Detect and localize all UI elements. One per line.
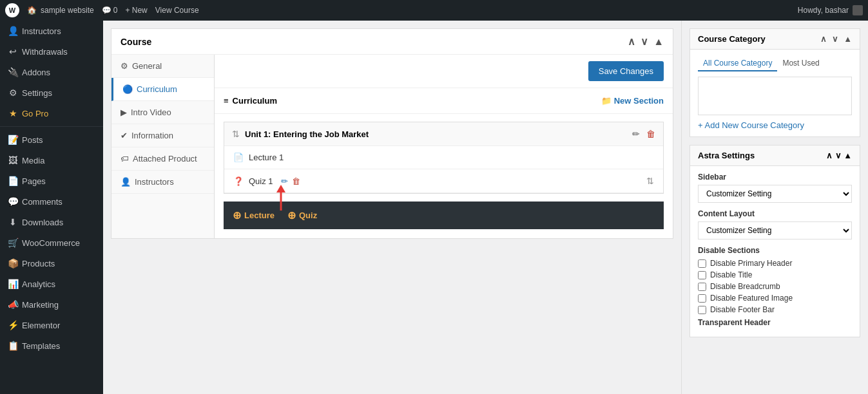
sidebar-setting-label: Sidebar — [698, 173, 852, 182]
sidebar-item-gopro[interactable]: ★ Go Pro — [0, 103, 103, 124]
addons-icon: 🔌 — [8, 67, 18, 77]
sidebar-item-settings[interactable]: ⚙ Settings — [0, 82, 103, 103]
sidebar-item-analytics[interactable]: 📊 Analytics — [0, 274, 103, 294]
wp-logo[interactable]: W — [5, 3, 19, 17]
main-content: Course ∧ ∨ ▲ ⚙ General — [103, 21, 681, 394]
sidebar-item-downloads[interactable]: ⬇ Downloads — [0, 212, 103, 232]
content-layout-select[interactable]: Customizer Setting — [698, 221, 852, 239]
sidebar-select[interactable]: Customizer Setting — [698, 185, 852, 203]
tab-general[interactable]: ⚙ General — [111, 55, 214, 78]
collapse-up-cat-icon[interactable]: ∧ — [820, 34, 827, 44]
comments-link[interactable]: 💬 0 — [102, 6, 118, 15]
disable-breadcrumb-checkbox[interactable] — [698, 283, 706, 291]
collapse-down-astra-icon[interactable]: ∨ — [835, 151, 842, 160]
close-box-icon[interactable]: ▲ — [653, 36, 664, 48]
disable-primary-header-checkbox[interactable] — [698, 259, 706, 268]
course-category-title: Course Category — [698, 34, 766, 44]
site-name[interactable]: 🏠 sample website — [27, 6, 94, 15]
collapse-down-icon[interactable]: ∨ — [641, 35, 648, 48]
curriculum-list-icon: ≡ — [224, 96, 229, 106]
astra-settings-title: Astra Settings — [698, 151, 755, 160]
svg-marker-1 — [276, 185, 285, 192]
sidebar-item-withdrawals[interactable]: ↩ Withdrawals — [0, 41, 103, 62]
woocommerce-icon: 🛒 — [8, 238, 18, 248]
unit-edit-button[interactable]: ✏ — [632, 129, 640, 139]
astra-settings-metabox: Astra Settings ∧ ∨ ▲ Sidebar Customizer … — [690, 145, 860, 337]
sidebar-item-media[interactable]: 🖼 Media — [0, 150, 103, 171]
comment-icon: 💬 — [102, 6, 111, 15]
course-box-header: Course ∧ ∨ ▲ — [111, 29, 673, 55]
withdrawals-icon: ↩ — [8, 46, 18, 57]
products-icon: 📦 — [8, 258, 18, 268]
header-controls: ∧ ∨ ▲ — [628, 35, 664, 48]
instructors-icon: 👤 — [8, 26, 18, 36]
lecture-name: Lecture 1 — [249, 153, 284, 162]
right-sidebar: Course Category ∧ ∨ ▲ All Course Categor… — [681, 21, 868, 394]
sidebar-item-woocommerce[interactable]: 🛒 WooCommerce — [0, 232, 103, 253]
cat-tab-mostused[interactable]: Most Used — [777, 56, 824, 71]
transparent-header-label: Transparent Header — [698, 318, 852, 327]
sidebar-item-posts[interactable]: 📝 Posts — [0, 129, 103, 150]
tab-curriculum[interactable]: 🔵 Curriculum — [111, 78, 214, 101]
save-bar: Save Changes — [215, 55, 673, 88]
course-category-controls: ∧ ∨ ▲ — [820, 34, 852, 44]
sidebar-item-pages[interactable]: 📄 Pages — [0, 171, 103, 191]
course-category-metabox: Course Category ∧ ∨ ▲ All Course Categor… — [690, 28, 860, 137]
collapse-up-astra-icon[interactable]: ∧ — [826, 151, 833, 160]
downloads-icon: ⬇ — [8, 217, 18, 227]
marketing-icon: 📣 — [8, 299, 18, 310]
collapse-up-icon[interactable]: ∧ — [628, 35, 635, 48]
course-box: Course ∧ ∨ ▲ ⚙ General — [111, 28, 673, 239]
media-icon: 🖼 — [8, 155, 18, 165]
collapse-down-cat-icon[interactable]: ∨ — [832, 34, 838, 44]
unit-delete-button[interactable]: 🗑 — [646, 129, 655, 139]
view-course-link[interactable]: View Course — [155, 6, 199, 15]
disable-title-checkbox[interactable] — [698, 271, 706, 279]
analytics-icon: 📊 — [8, 279, 18, 289]
disable-footer-bar-checkbox[interactable] — [698, 306, 706, 314]
pages-icon: 📄 — [8, 176, 18, 186]
attachedproduct-tab-icon: 🏷 — [121, 154, 129, 164]
elementor-icon: ⚡ — [8, 320, 18, 330]
folder-icon: 📁 — [601, 96, 612, 106]
sidebar: 👤 Instructors ↩ Withdrawals 🔌 Addons ⚙ S… — [0, 21, 103, 394]
drag-handle-icon[interactable]: ⇅ — [232, 129, 240, 139]
course-category-content: All Course Category Most Used + Add New … — [690, 50, 860, 136]
add-new-category-link[interactable]: + Add New Course Category — [698, 120, 852, 130]
astra-settings-header: Astra Settings ∧ ∨ ▲ — [690, 145, 860, 166]
close-astra-icon[interactable]: ▲ — [844, 151, 852, 160]
tab-introvideo[interactable]: ▶ Intro Video — [111, 101, 214, 124]
unit-block: ⇅ Unit 1: Entering the Job Market ✏ 🗑 📄 — [224, 122, 664, 194]
lecture-item: 📄 Lecture 1 — [224, 146, 663, 169]
introvideo-tab-icon: ▶ — [121, 108, 127, 117]
sidebar-item-marketing[interactable]: 📣 Marketing — [0, 294, 103, 315]
comments-icon: 💬 — [8, 196, 18, 207]
information-tab-icon: ✔ — [121, 131, 128, 140]
disable-featured-image-checkbox[interactable] — [698, 294, 706, 303]
sidebar-item-addons[interactable]: 🔌 Addons — [0, 62, 103, 82]
sidebar-item-instructors[interactable]: 👤 Instructors — [0, 21, 103, 41]
disable-sections-label: Disable Sections — [698, 246, 852, 255]
close-cat-icon[interactable]: ▲ — [844, 34, 852, 44]
sidebar-item-comments[interactable]: 💬 Comments — [0, 191, 103, 212]
tabs-container: ⚙ General 🔵 Curriculum ▶ Intro Video — [111, 55, 673, 238]
cat-tab-all[interactable]: All Course Category — [698, 56, 777, 71]
howdy-text: Howdy, bashar — [798, 5, 863, 15]
tab-attachedproduct[interactable]: 🏷 Attached Product — [111, 147, 214, 171]
new-section-button[interactable]: 📁 New Section — [601, 96, 664, 106]
disable-footer-bar-item: Disable Footer Bar — [698, 305, 852, 314]
lecture-icon: 📄 — [233, 153, 244, 162]
astra-settings-content: Sidebar Customizer Setting Content Layou… — [690, 166, 860, 337]
sidebar-item-products[interactable]: 📦 Products — [0, 253, 103, 274]
tab-instructors[interactable]: 👤 Instructors — [111, 171, 214, 194]
tab-information[interactable]: ✔ Information — [111, 124, 214, 147]
sidebar-item-templates[interactable]: 📋 Templates — [0, 335, 103, 356]
course-category-metabox-header: Course Category ∧ ∨ ▲ — [690, 29, 860, 50]
sidebar-item-elementor[interactable]: ⚡ Elementor — [0, 315, 103, 335]
new-link[interactable]: + New — [125, 6, 147, 15]
category-list-box[interactable] — [698, 77, 852, 115]
reorder-icon[interactable]: ⇅ — [646, 176, 654, 186]
save-changes-button[interactable]: Save Changes — [588, 61, 664, 81]
astra-controls: ∧ ∨ ▲ — [826, 151, 852, 160]
curriculum-header: ≡ Curriculum 📁 New Section — [215, 88, 673, 114]
